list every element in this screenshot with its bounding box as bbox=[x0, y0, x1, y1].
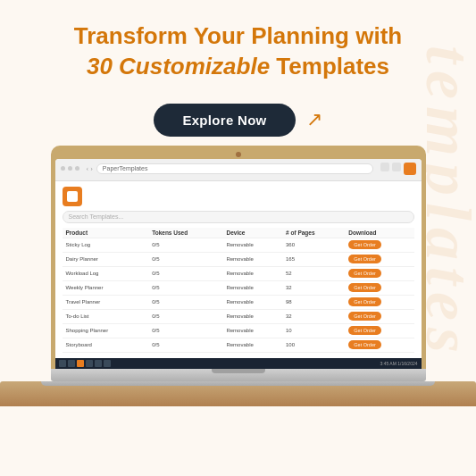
table-row: Travel Planner 0/5 Removable 98 Get Orde… bbox=[63, 295, 414, 309]
explore-now-button[interactable]: Explore Now bbox=[154, 104, 295, 137]
cell-tokens: 0/5 bbox=[148, 295, 222, 309]
forward-arrow-icon: › bbox=[90, 164, 93, 172]
cell-tokens: 0/5 bbox=[148, 266, 222, 280]
browser-action-button[interactable] bbox=[404, 163, 416, 175]
cell-tokens: 0/5 bbox=[148, 309, 222, 323]
headline-line2: 30 Customizable Templates bbox=[74, 52, 402, 82]
app-content: Search Templates... Product Tokens Used … bbox=[55, 181, 422, 358]
browser-address-bar[interactable]: PaperTemplates bbox=[96, 163, 373, 174]
laptop-screen-outer: ‹ › PaperTemplates bbox=[51, 146, 426, 369]
search-bar[interactable]: Search Templates... bbox=[63, 211, 414, 223]
download-button[interactable]: Get Order bbox=[348, 255, 380, 263]
cell-download: Get Order bbox=[345, 323, 413, 338]
cell-device: Removable bbox=[222, 238, 282, 252]
cell-tokens: 0/5 bbox=[148, 252, 222, 266]
download-button[interactable]: Get Order bbox=[348, 326, 380, 335]
templates-table: Product Tokens Used Device # of Pages Do… bbox=[63, 228, 414, 353]
cell-download: Get Order bbox=[345, 252, 413, 266]
download-button[interactable]: Get Order bbox=[348, 340, 380, 349]
table-header-row: Product Tokens Used Device # of Pages Do… bbox=[63, 228, 414, 238]
download-button[interactable]: Get Order bbox=[348, 312, 380, 321]
browser-top-row: ‹ › PaperTemplates bbox=[61, 163, 416, 175]
cell-product: Travel Planner bbox=[63, 295, 149, 309]
browser-icons-right bbox=[380, 163, 416, 175]
app-logo-inner bbox=[67, 191, 78, 202]
cell-tokens: 0/5 bbox=[148, 280, 222, 295]
laptop-screen: ‹ › PaperTemplates bbox=[55, 159, 422, 369]
col-pages: # of Pages bbox=[282, 228, 345, 238]
browser-dots bbox=[61, 166, 79, 171]
headline-block: Transform Your Planning with 30 Customiz… bbox=[47, 0, 429, 91]
cell-product: Workload Log bbox=[63, 266, 149, 280]
download-button[interactable]: Get Order bbox=[348, 240, 380, 249]
taskbar-mail-icon bbox=[95, 360, 102, 367]
app-logo bbox=[63, 187, 82, 206]
taskbar-browser-icon bbox=[77, 360, 84, 367]
cell-pages: 52 bbox=[282, 266, 345, 280]
download-button[interactable]: Get Order bbox=[348, 269, 380, 278]
cell-device: Removable bbox=[222, 338, 282, 352]
col-tokens: Tokens Used bbox=[148, 228, 222, 238]
cursor-icon: ↗ bbox=[306, 108, 322, 131]
laptop-base bbox=[51, 369, 426, 381]
table-row: Storyboard 0/5 Removable 100 Get Order bbox=[63, 338, 414, 352]
table-row: Sticky Log 0/5 Removable 360 Get Order bbox=[63, 238, 414, 252]
taskbar-start-icon bbox=[59, 360, 66, 367]
cell-product: Weekly Planner bbox=[63, 280, 149, 295]
cell-pages: 360 bbox=[282, 238, 345, 252]
laptop-topbar bbox=[55, 150, 422, 159]
browser-icon-1 bbox=[380, 163, 389, 171]
table-row: To-do List 0/5 Removable 32 Get Order bbox=[63, 309, 414, 323]
browser-dot-1 bbox=[61, 166, 65, 171]
cell-device: Removable bbox=[222, 309, 282, 323]
cell-download: Get Order bbox=[345, 280, 413, 295]
headline-normal: Templates bbox=[270, 53, 389, 79]
taskbar-search-icon bbox=[68, 360, 75, 367]
headline-italic: 30 Customizable bbox=[87, 53, 270, 79]
cell-tokens: 0/5 bbox=[148, 338, 222, 352]
cell-download: Get Order bbox=[345, 238, 413, 252]
cell-tokens: 0/5 bbox=[148, 323, 222, 338]
browser-dot-3 bbox=[75, 166, 79, 171]
browser-chrome: ‹ › PaperTemplates bbox=[55, 159, 422, 181]
cell-pages: 10 bbox=[282, 323, 345, 338]
cell-product: To-do List bbox=[63, 309, 149, 323]
cell-device: Removable bbox=[222, 266, 282, 280]
headline-line1: Transform Your Planning with bbox=[74, 21, 402, 52]
cell-download: Get Order bbox=[345, 295, 413, 309]
table-row: Weekly Planner 0/5 Removable 32 Get Orde… bbox=[63, 280, 414, 295]
cell-device: Removable bbox=[222, 252, 282, 266]
cell-pages: 165 bbox=[282, 252, 345, 266]
cell-download: Get Order bbox=[345, 266, 413, 280]
table-row: Dairy Planner 0/5 Removable 165 Get Orde… bbox=[63, 252, 414, 266]
taskbar-time: 3:45 AM bbox=[380, 361, 397, 366]
taskbar: 3:45 AM 1/16/2024 bbox=[55, 358, 422, 369]
taskbar-icons bbox=[59, 360, 111, 367]
app-logo-row bbox=[63, 187, 414, 206]
taskbar-settings-icon bbox=[104, 360, 111, 367]
cell-pages: 98 bbox=[282, 295, 345, 309]
laptop-bottom-edge bbox=[41, 381, 435, 386]
col-device: Device bbox=[222, 228, 282, 238]
taskbar-date: 1/16/2024 bbox=[397, 361, 417, 366]
back-arrow-icon: ‹ bbox=[87, 164, 89, 172]
cell-product: Dairy Planner bbox=[63, 252, 149, 266]
col-product: Product bbox=[63, 228, 149, 238]
laptop-camera bbox=[236, 152, 241, 157]
browser-arrows: ‹ › bbox=[87, 164, 93, 172]
cell-product: Storyboard bbox=[63, 338, 149, 352]
col-download: Download bbox=[345, 228, 413, 238]
cell-device: Removable bbox=[222, 323, 282, 338]
cta-row: Explore Now ↗ bbox=[154, 104, 322, 137]
cell-download: Get Order bbox=[345, 309, 413, 323]
cell-pages: 32 bbox=[282, 309, 345, 323]
table-row: Workload Log 0/5 Removable 52 Get Order bbox=[63, 266, 414, 280]
cell-pages: 32 bbox=[282, 280, 345, 295]
laptop-mockup: ‹ › PaperTemplates bbox=[51, 146, 426, 386]
cell-tokens: 0/5 bbox=[148, 238, 222, 252]
download-button[interactable]: Get Order bbox=[348, 283, 380, 292]
taskbar-folder-icon bbox=[86, 360, 93, 367]
taskbar-clock: 3:45 AM 1/16/2024 bbox=[380, 361, 418, 366]
laptop-notch bbox=[212, 369, 265, 373]
download-button[interactable]: Get Order bbox=[348, 297, 380, 306]
